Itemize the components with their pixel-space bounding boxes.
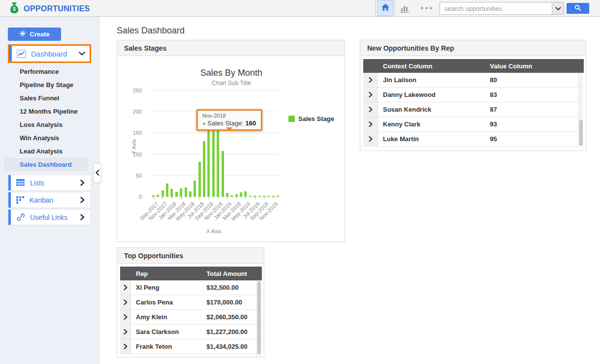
chevron-right-icon [80, 197, 85, 203]
series-dot-icon: ● [202, 120, 206, 127]
table-icon [16, 179, 25, 186]
sidebar-subitem-pipeline-by-stage[interactable]: Pipeline By Stage [4, 78, 88, 91]
chart-bar-nov-2018[interactable] [217, 129, 219, 197]
row-value: 80 [485, 73, 584, 87]
app-window: $ OPPORTUNITIES [0, 0, 600, 364]
chart-bar-mar-2018[interactable] [180, 188, 182, 197]
chart-subtitle: Chart Sub Title [117, 80, 346, 87]
row-expand-icon[interactable] [363, 73, 378, 87]
chart-bar-may-2018[interactable] [189, 191, 191, 197]
bar-chart-icon [400, 6, 411, 14]
row-label: Amy Klein [131, 310, 202, 324]
gridline [148, 91, 280, 91]
chart-bar-feb-2019[interactable] [230, 195, 233, 197]
row-label: Danny Lakewood [378, 88, 485, 102]
table-row[interactable]: Sara Clarkson$1,227,200.00 [120, 325, 262, 339]
search-scope-dropdown[interactable] [552, 2, 564, 15]
chart-legend[interactable]: Sales Stage [288, 115, 334, 122]
home-button[interactable] [377, 0, 393, 16]
search-button[interactable] [567, 3, 589, 14]
chart-bar-aug-2018[interactable] [203, 141, 205, 197]
vertical-scrollbar[interactable] [578, 73, 583, 147]
create-button[interactable]: Create [8, 28, 61, 41]
table-row[interactable]: Carlos Pena$170,000.00 [120, 295, 262, 310]
vertical-scrollbar[interactable] [256, 280, 261, 357]
plus-circle-icon [19, 30, 26, 38]
home-icon [381, 3, 390, 13]
row-label: Carlos Pena [131, 295, 202, 309]
sidebar-subitem-sales-dashboard[interactable]: Sales Dashboard [4, 158, 88, 171]
chart-bar-dec-2019[interactable] [277, 196, 279, 197]
more-options-button[interactable] [421, 7, 432, 9]
column-header: Context Column [378, 62, 485, 70]
chart-bar-may-2019[interactable] [244, 191, 247, 197]
x-tick-mark [181, 197, 182, 199]
sidebar-item-lists[interactable]: Lists [8, 175, 91, 191]
row-expand-icon[interactable] [363, 117, 378, 131]
column-header: Rep [131, 270, 202, 277]
row-expand-icon[interactable] [120, 280, 131, 295]
panel-title: Sales Stages [117, 40, 345, 56]
topbar: $ OPPORTUNITIES [0, 0, 600, 17]
sidebar-collapse-button[interactable] [93, 163, 101, 183]
link-icon [16, 213, 25, 221]
column-header: Value Column [485, 62, 584, 70]
row-value: 83 [485, 88, 584, 102]
chart-bar-jun-2019[interactable] [249, 196, 252, 197]
x-tick-mark [199, 197, 200, 199]
chart-bar-jun-2018[interactable] [193, 181, 196, 197]
row-expand-icon[interactable] [120, 325, 131, 339]
table-row[interactable]: Amy Klein$2,060,350.00 [120, 310, 262, 325]
table-row[interactable]: Xi Peng$32,500.00 [120, 280, 262, 295]
chart-bar-oct-2019[interactable] [267, 196, 270, 197]
sidebar: Create Dashboard PerformancePipeline By … [0, 17, 99, 364]
sidebar-subitem-12-months-pipeline[interactable]: 12 Months Pipeline [4, 105, 88, 118]
sidebar-subitem-loss-analysis[interactable]: Loss Analysis [4, 118, 88, 131]
table-row[interactable]: Luke Martin95 [363, 132, 584, 147]
row-value: $2,060,350.00 [202, 310, 262, 324]
row-expand-icon[interactable] [363, 132, 378, 146]
table-row[interactable]: Kenny Clark93 [363, 117, 584, 132]
sidebar-subitem-sales-funnel[interactable]: Sales Funnel [4, 91, 88, 105]
chart-bar-aug-2019[interactable] [258, 196, 261, 197]
scrollbar-thumb[interactable] [579, 120, 583, 146]
chart-bar-jan-2019[interactable] [226, 193, 228, 197]
table-row[interactable]: Susan Kendrick87 [363, 102, 584, 117]
table-row[interactable]: Danny Lakewood83 [363, 88, 584, 102]
sidebar-subitem-performance[interactable]: Performance [4, 65, 88, 78]
money-bag-icon: $ [9, 2, 20, 16]
chevron-right-icon [80, 214, 85, 220]
row-expand-icon[interactable] [120, 295, 131, 309]
chart-bar-oct-2017[interactable] [157, 195, 159, 197]
row-expand-icon[interactable] [120, 310, 131, 324]
row-expand-icon[interactable] [363, 102, 378, 117]
row-label: Luke Martin [378, 132, 485, 146]
chart-bar-jan-2018[interactable] [170, 189, 173, 197]
column-header: Total Amount [202, 270, 262, 277]
chart-bar-dec-2018[interactable] [221, 151, 224, 197]
x-tick-mark [273, 197, 274, 199]
scrollbar-thumb[interactable] [257, 281, 261, 354]
chart-bar-apr-2018[interactable] [185, 187, 187, 197]
sidebar-item-useful-links[interactable]: Useful Links [8, 209, 91, 225]
sidebar-subitem-lead-analysis[interactable]: Lead Analysis [4, 145, 88, 158]
sidebar-subitem-win-analysis[interactable]: Win Analysis [4, 131, 88, 145]
chart-bar-feb-2018[interactable] [175, 192, 178, 197]
chart-tooltip: Nov-2018 ●Sales Stage: 160 [196, 109, 262, 131]
row-expand-icon[interactable] [363, 88, 378, 102]
table-row[interactable]: Frank Teton$1,434,025.00 [120, 339, 262, 354]
row-value: $32,500.00 [202, 280, 262, 295]
chart-title: Sales By Month [117, 68, 346, 78]
sidebar-item-kanban[interactable]: Kanban [8, 192, 91, 208]
chart-bar-dec-2017[interactable] [166, 183, 168, 197]
reports-button[interactable] [400, 4, 411, 15]
sidebar-item-dashboard[interactable]: Dashboard [8, 44, 91, 63]
chart-bar-nov-2017[interactable] [161, 190, 164, 197]
table-row[interactable]: Jin Laiison80 [363, 73, 584, 88]
tooltip-value: 160 [246, 120, 256, 127]
row-expand-icon[interactable] [120, 339, 131, 354]
search-input[interactable] [440, 2, 552, 15]
chart-bar-apr-2019[interactable] [240, 192, 242, 197]
new-opportunities-panel: New Opportunities By Rep Context ColumnV… [360, 40, 586, 151]
chart-bar-jul-2018[interactable] [198, 162, 201, 197]
